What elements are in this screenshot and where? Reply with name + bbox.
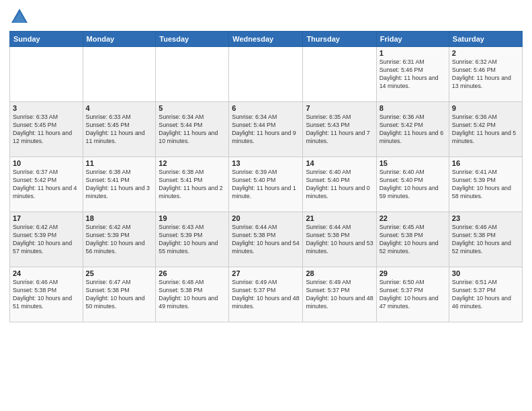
- day-info: Sunrise: 6:36 AM Sunset: 5:42 PM Dayligh…: [380, 113, 446, 146]
- day-number: 2: [452, 49, 519, 57]
- day-info: Sunrise: 6:33 AM Sunset: 5:45 PM Dayligh…: [13, 113, 80, 146]
- day-info: Sunrise: 6:41 AM Sunset: 5:39 PM Dayligh…: [452, 169, 519, 201]
- calendar-day-cell: 23Sunrise: 6:46 AM Sunset: 5:38 PM Dayli…: [449, 212, 522, 267]
- day-number: 21: [306, 214, 373, 222]
- day-info: Sunrise: 6:45 AM Sunset: 5:38 PM Dayligh…: [380, 224, 446, 256]
- day-number: 18: [86, 214, 153, 222]
- logo-icon: [9, 7, 30, 27]
- calendar-day-cell: 8Sunrise: 6:36 AM Sunset: 5:42 PM Daylig…: [376, 102, 449, 157]
- weekday-row: SundayMondayTuesdayWednesdayThursdayFrid…: [10, 32, 523, 47]
- day-number: 8: [380, 104, 446, 112]
- day-number: 25: [86, 269, 153, 277]
- day-number: 10: [13, 159, 80, 167]
- calendar-body: 1Sunrise: 6:31 AM Sunset: 5:46 PM Daylig…: [10, 47, 523, 322]
- day-info: Sunrise: 6:46 AM Sunset: 5:38 PM Dayligh…: [452, 224, 519, 256]
- calendar-day-cell: [303, 47, 376, 102]
- day-info: Sunrise: 6:38 AM Sunset: 5:41 PM Dayligh…: [159, 169, 226, 201]
- calendar-day-cell: 28Sunrise: 6:49 AM Sunset: 5:37 PM Dayli…: [303, 267, 376, 322]
- logo: [9, 7, 32, 27]
- calendar-day-cell: 5Sunrise: 6:34 AM Sunset: 5:44 PM Daylig…: [156, 102, 229, 157]
- day-info: Sunrise: 6:49 AM Sunset: 5:37 PM Dayligh…: [306, 279, 373, 311]
- day-number: 3: [13, 104, 80, 112]
- day-number: 24: [13, 269, 80, 277]
- day-number: 20: [232, 214, 300, 222]
- day-info: Sunrise: 6:40 AM Sunset: 5:40 PM Dayligh…: [380, 169, 446, 201]
- day-number: 30: [452, 269, 519, 277]
- day-info: Sunrise: 6:42 AM Sunset: 5:39 PM Dayligh…: [13, 224, 80, 256]
- calendar-day-cell: 18Sunrise: 6:42 AM Sunset: 5:39 PM Dayli…: [83, 212, 156, 267]
- day-number: 1: [380, 49, 446, 57]
- weekday-header: Saturday: [449, 32, 522, 47]
- calendar-day-cell: 20Sunrise: 6:44 AM Sunset: 5:38 PM Dayli…: [229, 212, 303, 267]
- day-number: 19: [159, 214, 226, 222]
- day-info: Sunrise: 6:39 AM Sunset: 5:40 PM Dayligh…: [232, 169, 300, 201]
- weekday-header: Monday: [83, 32, 156, 47]
- calendar-day-cell: 11Sunrise: 6:38 AM Sunset: 5:41 PM Dayli…: [83, 157, 156, 212]
- day-info: Sunrise: 6:49 AM Sunset: 5:37 PM Dayligh…: [232, 279, 300, 311]
- calendar-day-cell: 14Sunrise: 6:40 AM Sunset: 5:40 PM Dayli…: [303, 157, 376, 212]
- day-number: 14: [306, 159, 373, 167]
- calendar-day-cell: [83, 47, 156, 102]
- day-info: Sunrise: 6:32 AM Sunset: 5:46 PM Dayligh…: [452, 58, 519, 91]
- calendar-day-cell: 12Sunrise: 6:38 AM Sunset: 5:41 PM Dayli…: [156, 157, 229, 212]
- weekday-header: Friday: [376, 32, 449, 47]
- day-info: Sunrise: 6:48 AM Sunset: 5:38 PM Dayligh…: [159, 279, 226, 311]
- day-number: 6: [232, 104, 300, 112]
- day-number: 16: [452, 159, 519, 167]
- calendar-week-row: 3Sunrise: 6:33 AM Sunset: 5:45 PM Daylig…: [10, 102, 523, 157]
- day-number: 26: [159, 269, 226, 277]
- day-number: 9: [452, 104, 519, 112]
- day-info: Sunrise: 6:31 AM Sunset: 5:46 PM Dayligh…: [380, 58, 446, 91]
- day-info: Sunrise: 6:34 AM Sunset: 5:44 PM Dayligh…: [159, 113, 226, 146]
- day-number: 27: [232, 269, 300, 277]
- header: [9, 7, 523, 27]
- day-info: Sunrise: 6:38 AM Sunset: 5:41 PM Dayligh…: [86, 169, 153, 201]
- calendar-day-cell: 17Sunrise: 6:42 AM Sunset: 5:39 PM Dayli…: [10, 212, 83, 267]
- calendar-header: SundayMondayTuesdayWednesdayThursdayFrid…: [10, 32, 523, 47]
- day-number: 17: [13, 214, 80, 222]
- weekday-header: Sunday: [10, 32, 83, 47]
- day-info: Sunrise: 6:44 AM Sunset: 5:38 PM Dayligh…: [232, 224, 300, 256]
- day-number: 22: [380, 214, 446, 222]
- calendar-day-cell: 21Sunrise: 6:44 AM Sunset: 5:38 PM Dayli…: [303, 212, 376, 267]
- calendar-day-cell: 3Sunrise: 6:33 AM Sunset: 5:45 PM Daylig…: [10, 102, 83, 157]
- day-number: 29: [380, 269, 446, 277]
- day-info: Sunrise: 6:40 AM Sunset: 5:40 PM Dayligh…: [306, 169, 373, 201]
- calendar-day-cell: [156, 47, 229, 102]
- calendar-day-cell: 4Sunrise: 6:33 AM Sunset: 5:45 PM Daylig…: [83, 102, 156, 157]
- calendar-day-cell: 30Sunrise: 6:51 AM Sunset: 5:37 PM Dayli…: [449, 267, 522, 322]
- day-info: Sunrise: 6:34 AM Sunset: 5:44 PM Dayligh…: [232, 113, 300, 146]
- calendar-day-cell: 13Sunrise: 6:39 AM Sunset: 5:40 PM Dayli…: [229, 157, 303, 212]
- calendar-day-cell: [229, 47, 303, 102]
- day-number: 11: [86, 159, 153, 167]
- day-info: Sunrise: 6:35 AM Sunset: 5:43 PM Dayligh…: [306, 113, 373, 146]
- day-number: 23: [452, 214, 519, 222]
- calendar-day-cell: 29Sunrise: 6:50 AM Sunset: 5:37 PM Dayli…: [376, 267, 449, 322]
- calendar-week-row: 10Sunrise: 6:37 AM Sunset: 5:42 PM Dayli…: [10, 157, 523, 212]
- day-info: Sunrise: 6:47 AM Sunset: 5:38 PM Dayligh…: [86, 279, 153, 311]
- calendar-day-cell: 6Sunrise: 6:34 AM Sunset: 5:44 PM Daylig…: [229, 102, 303, 157]
- calendar-day-cell: 26Sunrise: 6:48 AM Sunset: 5:38 PM Dayli…: [156, 267, 229, 322]
- calendar-day-cell: 9Sunrise: 6:36 AM Sunset: 5:42 PM Daylig…: [449, 102, 522, 157]
- day-info: Sunrise: 6:33 AM Sunset: 5:45 PM Dayligh…: [86, 113, 153, 146]
- day-info: Sunrise: 6:50 AM Sunset: 5:37 PM Dayligh…: [380, 279, 446, 311]
- calendar-week-row: 17Sunrise: 6:42 AM Sunset: 5:39 PM Dayli…: [10, 212, 523, 267]
- day-info: Sunrise: 6:36 AM Sunset: 5:42 PM Dayligh…: [452, 113, 519, 146]
- calendar-day-cell: 22Sunrise: 6:45 AM Sunset: 5:38 PM Dayli…: [376, 212, 449, 267]
- calendar-day-cell: 27Sunrise: 6:49 AM Sunset: 5:37 PM Dayli…: [229, 267, 303, 322]
- calendar-table: SundayMondayTuesdayWednesdayThursdayFrid…: [9, 31, 523, 322]
- day-number: 4: [86, 104, 153, 112]
- calendar-week-row: 1Sunrise: 6:31 AM Sunset: 5:46 PM Daylig…: [10, 47, 523, 102]
- day-info: Sunrise: 6:43 AM Sunset: 5:39 PM Dayligh…: [159, 224, 226, 256]
- calendar-day-cell: [10, 47, 83, 102]
- calendar-day-cell: 25Sunrise: 6:47 AM Sunset: 5:38 PM Dayli…: [83, 267, 156, 322]
- day-number: 5: [159, 104, 226, 112]
- day-number: 13: [232, 159, 300, 167]
- calendar-day-cell: 16Sunrise: 6:41 AM Sunset: 5:39 PM Dayli…: [449, 157, 522, 212]
- weekday-header: Tuesday: [156, 32, 229, 47]
- calendar-week-row: 24Sunrise: 6:46 AM Sunset: 5:38 PM Dayli…: [10, 267, 523, 322]
- day-info: Sunrise: 6:46 AM Sunset: 5:38 PM Dayligh…: [13, 279, 80, 311]
- day-number: 7: [306, 104, 373, 112]
- day-info: Sunrise: 6:37 AM Sunset: 5:42 PM Dayligh…: [13, 169, 80, 201]
- day-info: Sunrise: 6:44 AM Sunset: 5:38 PM Dayligh…: [306, 224, 373, 256]
